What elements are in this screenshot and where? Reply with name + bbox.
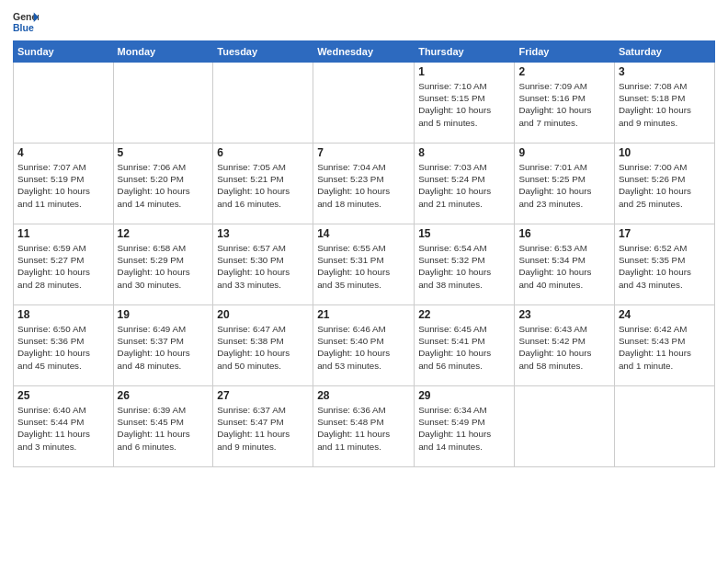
day-info: Sunrise: 6:58 AM Sunset: 5:29 PM Dayligh… <box>118 242 210 291</box>
day-number: 26 <box>118 389 210 402</box>
day-cell: 13Sunrise: 6:57 AM Sunset: 5:30 PM Dayli… <box>213 224 313 305</box>
day-cell: 27Sunrise: 6:37 AM Sunset: 5:47 PM Dayli… <box>213 386 313 467</box>
day-cell: 29Sunrise: 6:34 AM Sunset: 5:49 PM Dayli… <box>415 386 515 467</box>
week-row-1: 1Sunrise: 7:10 AM Sunset: 5:15 PM Daylig… <box>14 63 715 144</box>
day-number: 19 <box>118 308 210 321</box>
day-cell: 28Sunrise: 6:36 AM Sunset: 5:48 PM Dayli… <box>313 386 415 467</box>
day-cell <box>515 386 614 467</box>
day-info: Sunrise: 6:36 AM Sunset: 5:48 PM Dayligh… <box>317 404 410 453</box>
day-cell: 15Sunrise: 6:54 AM Sunset: 5:32 PM Dayli… <box>415 224 515 305</box>
day-info: Sunrise: 7:06 AM Sunset: 5:20 PM Dayligh… <box>118 161 210 210</box>
day-cell: 24Sunrise: 6:42 AM Sunset: 5:43 PM Dayli… <box>614 305 714 386</box>
logo-icon: General Blue <box>13 9 39 35</box>
day-number: 3 <box>619 65 711 78</box>
day-info: Sunrise: 6:45 AM Sunset: 5:41 PM Dayligh… <box>418 323 510 372</box>
day-info: Sunrise: 6:53 AM Sunset: 5:34 PM Dayligh… <box>518 242 609 291</box>
day-number: 2 <box>518 65 609 78</box>
day-info: Sunrise: 7:10 AM Sunset: 5:15 PM Dayligh… <box>418 80 510 129</box>
day-number: 12 <box>118 227 210 240</box>
day-cell: 16Sunrise: 6:53 AM Sunset: 5:34 PM Dayli… <box>515 224 614 305</box>
weekday-header-thursday: Thursday <box>415 41 515 63</box>
day-info: Sunrise: 6:42 AM Sunset: 5:43 PM Dayligh… <box>619 323 711 372</box>
day-number: 24 <box>619 308 711 321</box>
day-cell: 12Sunrise: 6:58 AM Sunset: 5:29 PM Dayli… <box>113 224 213 305</box>
day-info: Sunrise: 6:50 AM Sunset: 5:36 PM Dayligh… <box>17 323 109 372</box>
day-info: Sunrise: 7:00 AM Sunset: 5:26 PM Dayligh… <box>619 161 711 210</box>
day-number: 15 <box>418 227 510 240</box>
weekday-header-friday: Friday <box>515 41 614 63</box>
day-number: 20 <box>217 308 309 321</box>
day-number: 17 <box>619 227 711 240</box>
day-cell <box>213 63 313 144</box>
day-number: 10 <box>619 146 711 159</box>
day-cell: 7Sunrise: 7:04 AM Sunset: 5:23 PM Daylig… <box>313 144 415 224</box>
day-cell: 9Sunrise: 7:01 AM Sunset: 5:25 PM Daylig… <box>515 144 614 224</box>
day-info: Sunrise: 6:49 AM Sunset: 5:37 PM Dayligh… <box>118 323 210 372</box>
day-info: Sunrise: 7:03 AM Sunset: 5:24 PM Dayligh… <box>418 161 510 210</box>
day-cell: 1Sunrise: 7:10 AM Sunset: 5:15 PM Daylig… <box>415 63 515 144</box>
weekday-header-monday: Monday <box>113 41 213 63</box>
day-cell: 11Sunrise: 6:59 AM Sunset: 5:27 PM Dayli… <box>14 224 114 305</box>
day-number: 29 <box>418 389 510 402</box>
day-cell <box>14 63 114 144</box>
day-cell: 25Sunrise: 6:40 AM Sunset: 5:44 PM Dayli… <box>14 386 114 467</box>
day-info: Sunrise: 6:54 AM Sunset: 5:32 PM Dayligh… <box>418 242 510 291</box>
week-row-2: 4Sunrise: 7:07 AM Sunset: 5:19 PM Daylig… <box>14 144 715 224</box>
day-number: 21 <box>317 308 410 321</box>
day-number: 25 <box>17 389 109 402</box>
day-info: Sunrise: 6:59 AM Sunset: 5:27 PM Dayligh… <box>17 242 109 291</box>
day-cell: 23Sunrise: 6:43 AM Sunset: 5:42 PM Dayli… <box>515 305 614 386</box>
day-cell: 26Sunrise: 6:39 AM Sunset: 5:45 PM Dayli… <box>113 386 213 467</box>
day-cell: 21Sunrise: 6:46 AM Sunset: 5:40 PM Dayli… <box>313 305 415 386</box>
day-number: 28 <box>317 389 410 402</box>
day-cell: 20Sunrise: 6:47 AM Sunset: 5:38 PM Dayli… <box>213 305 313 386</box>
day-cell: 10Sunrise: 7:00 AM Sunset: 5:26 PM Dayli… <box>614 144 714 224</box>
day-cell <box>113 63 213 144</box>
week-row-3: 11Sunrise: 6:59 AM Sunset: 5:27 PM Dayli… <box>14 224 715 305</box>
day-number: 16 <box>518 227 609 240</box>
day-info: Sunrise: 7:04 AM Sunset: 5:23 PM Dayligh… <box>317 161 410 210</box>
day-cell <box>614 386 714 467</box>
day-cell: 4Sunrise: 7:07 AM Sunset: 5:19 PM Daylig… <box>14 144 114 224</box>
day-cell: 17Sunrise: 6:52 AM Sunset: 5:35 PM Dayli… <box>614 224 714 305</box>
weekday-header-wednesday: Wednesday <box>313 41 415 63</box>
day-cell: 6Sunrise: 7:05 AM Sunset: 5:21 PM Daylig… <box>213 144 313 224</box>
day-info: Sunrise: 6:46 AM Sunset: 5:40 PM Dayligh… <box>317 323 410 372</box>
day-info: Sunrise: 6:39 AM Sunset: 5:45 PM Dayligh… <box>118 404 210 453</box>
day-info: Sunrise: 7:08 AM Sunset: 5:18 PM Dayligh… <box>619 80 711 129</box>
weekday-header-tuesday: Tuesday <box>213 41 313 63</box>
day-cell: 14Sunrise: 6:55 AM Sunset: 5:31 PM Dayli… <box>313 224 415 305</box>
week-row-4: 18Sunrise: 6:50 AM Sunset: 5:36 PM Dayli… <box>14 305 715 386</box>
day-cell: 22Sunrise: 6:45 AM Sunset: 5:41 PM Dayli… <box>415 305 515 386</box>
day-cell: 8Sunrise: 7:03 AM Sunset: 5:24 PM Daylig… <box>415 144 515 224</box>
day-info: Sunrise: 6:40 AM Sunset: 5:44 PM Dayligh… <box>17 404 109 453</box>
day-cell: 5Sunrise: 7:06 AM Sunset: 5:20 PM Daylig… <box>113 144 213 224</box>
page-container: General Blue SundayMondayTuesdayWednesda… <box>0 0 728 475</box>
day-info: Sunrise: 7:01 AM Sunset: 5:25 PM Dayligh… <box>518 161 609 210</box>
weekday-header-saturday: Saturday <box>614 41 714 63</box>
day-cell: 18Sunrise: 6:50 AM Sunset: 5:36 PM Dayli… <box>14 305 114 386</box>
day-cell: 19Sunrise: 6:49 AM Sunset: 5:37 PM Dayli… <box>113 305 213 386</box>
day-number: 22 <box>418 308 510 321</box>
day-number: 9 <box>518 146 609 159</box>
day-number: 27 <box>217 389 309 402</box>
day-number: 8 <box>418 146 510 159</box>
day-info: Sunrise: 6:34 AM Sunset: 5:49 PM Dayligh… <box>418 404 510 453</box>
day-number: 11 <box>17 227 109 240</box>
week-row-5: 25Sunrise: 6:40 AM Sunset: 5:44 PM Dayli… <box>14 386 715 467</box>
day-info: Sunrise: 6:52 AM Sunset: 5:35 PM Dayligh… <box>619 242 711 291</box>
day-number: 4 <box>17 146 109 159</box>
day-info: Sunrise: 6:47 AM Sunset: 5:38 PM Dayligh… <box>217 323 309 372</box>
day-info: Sunrise: 7:07 AM Sunset: 5:19 PM Dayligh… <box>17 161 109 210</box>
svg-text:Blue: Blue <box>13 22 34 33</box>
logo: General Blue <box>13 9 39 35</box>
day-info: Sunrise: 7:05 AM Sunset: 5:21 PM Dayligh… <box>217 161 309 210</box>
day-info: Sunrise: 7:09 AM Sunset: 5:16 PM Dayligh… <box>518 80 609 129</box>
day-number: 7 <box>317 146 410 159</box>
day-info: Sunrise: 6:57 AM Sunset: 5:30 PM Dayligh… <box>217 242 309 291</box>
day-cell: 3Sunrise: 7:08 AM Sunset: 5:18 PM Daylig… <box>614 63 714 144</box>
day-number: 6 <box>217 146 309 159</box>
day-info: Sunrise: 6:43 AM Sunset: 5:42 PM Dayligh… <box>518 323 609 372</box>
day-number: 5 <box>118 146 210 159</box>
day-number: 1 <box>418 65 510 78</box>
